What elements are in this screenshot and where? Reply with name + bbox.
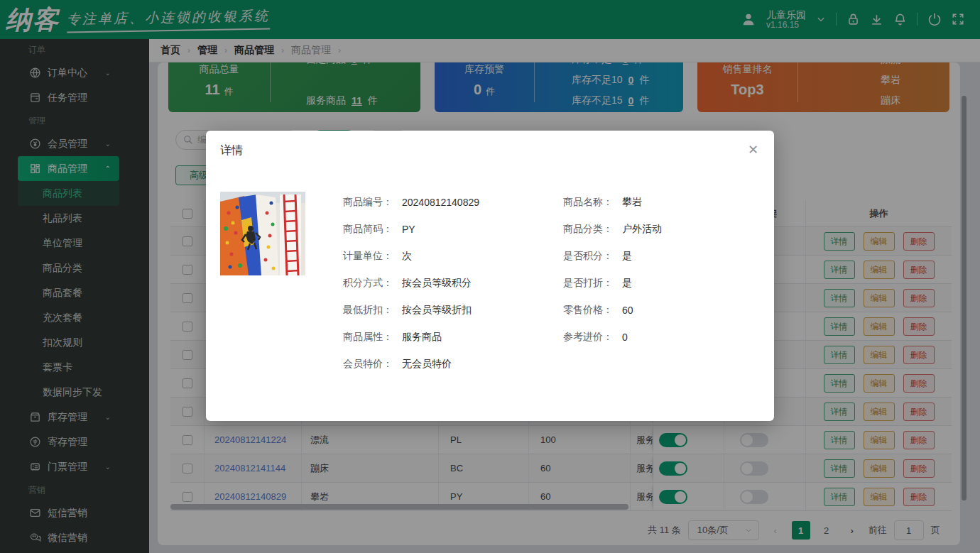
field-label: 是否打折： bbox=[547, 277, 613, 290]
modal-field: 商品属性： 服务商品 bbox=[327, 324, 540, 351]
field-label: 最低折扣： bbox=[327, 304, 393, 317]
field-value: 户外活动 bbox=[622, 223, 662, 236]
field-value: 60 bbox=[622, 305, 633, 316]
field-label: 商品简码： bbox=[327, 223, 393, 236]
close-icon[interactable]: ✕ bbox=[748, 143, 758, 156]
modal-field: 是否积分： 是 bbox=[547, 243, 760, 270]
field-value: 按会员等级积分 bbox=[402, 277, 472, 290]
field-label: 会员特价： bbox=[327, 358, 393, 371]
modal-field: 计量单位： 次 bbox=[327, 243, 540, 270]
modal-field: 最低折扣： 按会员等级折扣 bbox=[327, 297, 540, 324]
field-value: 0 bbox=[622, 332, 628, 343]
modal-field: 积分方式： 按会员等级积分 bbox=[327, 270, 540, 297]
field-label: 商品属性： bbox=[327, 331, 393, 344]
modal-field: 商品名称： 攀岩 bbox=[547, 189, 760, 216]
modal-fields-left: 商品编号： 20240812140829 商品简码： PY 计量单位： 次 积分… bbox=[327, 189, 540, 378]
field-label: 商品名称： bbox=[547, 196, 613, 209]
field-value: 无会员特价 bbox=[402, 358, 452, 371]
product-image bbox=[220, 192, 305, 275]
field-label: 积分方式： bbox=[327, 277, 393, 290]
modal-field: 商品分类： 户外活动 bbox=[547, 216, 760, 243]
field-value: 攀岩 bbox=[622, 196, 642, 209]
modal-field: 参考进价： 0 bbox=[547, 324, 760, 351]
field-value: 是 bbox=[622, 250, 632, 263]
modal-field: 商品编号： 20240812140829 bbox=[327, 189, 540, 216]
modal-field: 零售价格： 60 bbox=[547, 297, 760, 324]
field-value: 服务商品 bbox=[402, 331, 442, 344]
app-screen: 纳客 专注单店、小连锁的收银系统 儿童乐园 v1.16.15 bbox=[0, 0, 980, 553]
field-value: PY bbox=[402, 224, 415, 235]
field-label: 商品分类： bbox=[547, 223, 613, 236]
modal-field: 会员特价： 无会员特价 bbox=[327, 351, 540, 378]
modal-title: 详情 bbox=[220, 143, 243, 158]
modal-field: 是否打折： 是 bbox=[547, 270, 760, 297]
field-label: 商品编号： bbox=[327, 196, 393, 209]
field-value: 20240812140829 bbox=[402, 197, 479, 208]
field-label: 零售价格： bbox=[547, 304, 613, 317]
field-value: 次 bbox=[402, 250, 412, 263]
modal-field: 商品简码： PY bbox=[327, 216, 540, 243]
field-label: 计量单位： bbox=[327, 250, 393, 263]
field-label: 参考进价： bbox=[547, 331, 613, 344]
field-value: 是 bbox=[622, 277, 632, 290]
modal-fields-right: 商品名称： 攀岩 商品分类： 户外活动 是否积分： 是 是否打折： 是 bbox=[547, 189, 760, 351]
field-value: 按会员等级折扣 bbox=[402, 304, 472, 317]
detail-modal: 详情 ✕ bbox=[206, 131, 774, 421]
field-label: 是否积分： bbox=[547, 250, 613, 263]
